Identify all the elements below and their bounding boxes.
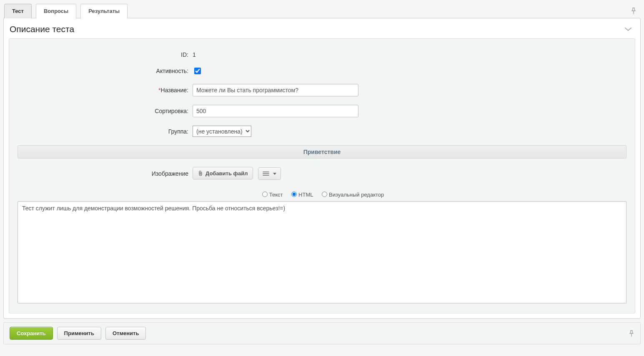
cancel-button[interactable]: Отменить [105, 327, 146, 340]
group-select[interactable]: (не установлена) [193, 126, 251, 137]
footer-pin-icon[interactable] [629, 330, 634, 337]
file-options-button[interactable] [258, 167, 281, 180]
add-file-label: Добавить файл [205, 170, 248, 177]
collapse-icon[interactable] [624, 27, 632, 32]
tab-test[interactable]: Тест [4, 4, 32, 18]
add-file-button[interactable]: Добавить файл [193, 167, 253, 179]
save-button[interactable]: Сохранить [10, 327, 53, 340]
content-textarea[interactable]: Тест служит лишь для демонстрации возмож… [18, 201, 626, 303]
tab-results[interactable]: Результаты [80, 4, 128, 18]
id-label: ID: [18, 51, 193, 58]
group-label: Группа: [18, 128, 193, 135]
active-checkbox[interactable] [194, 68, 201, 74]
image-label: Изображение [18, 170, 193, 177]
apply-button[interactable]: Применить [57, 327, 101, 340]
paperclip-icon [198, 170, 203, 176]
section-welcome: Приветствие [18, 145, 626, 159]
menu-icon [263, 171, 269, 176]
name-input[interactable] [193, 84, 358, 96]
active-label: Активность: [18, 68, 193, 74]
sort-label: Сортировка: [18, 108, 193, 114]
tab-questions[interactable]: Вопросы [36, 4, 76, 18]
panel-header: Описание теста [4, 18, 640, 38]
editor-mode-row: Текст HTML Визуальный редактор [18, 190, 626, 198]
form-area: ID: 1 Активность: *Название: Сортировка: [9, 38, 635, 313]
id-value: 1 [193, 51, 196, 58]
sort-input[interactable] [193, 105, 358, 117]
pin-icon[interactable] [631, 8, 641, 14]
tab-bar: Тест Вопросы Результаты [3, 3, 641, 18]
mode-visual[interactable]: Визуальный редактор [320, 192, 384, 198]
mode-text[interactable]: Текст [260, 192, 283, 198]
footer-bar: Сохранить Применить Отменить [3, 322, 641, 344]
name-label: *Название: [18, 87, 193, 93]
panel: Описание теста ID: 1 Активность: *Назван… [3, 18, 641, 319]
mode-html[interactable]: HTML [289, 192, 313, 198]
chevron-down-icon [273, 173, 276, 175]
panel-title: Описание теста [10, 24, 74, 34]
